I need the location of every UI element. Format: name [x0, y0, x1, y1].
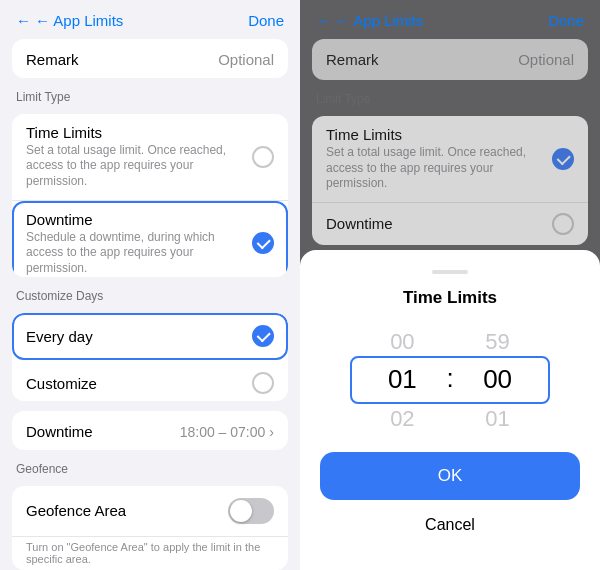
left-panel: ← ← App Limits Done Remark Optional Limi… — [0, 0, 300, 570]
downtime-time-text-left: 18:00 – 07:00 — [180, 424, 266, 440]
geofence-note-left: Turn on "Geofence Area" to apply the lim… — [12, 537, 288, 570]
remark-row-left: Remark Optional — [12, 39, 288, 78]
limit-type-card-right: Time Limits Set a total usage limit. Onc… — [312, 116, 588, 245]
customize-radio-left[interactable] — [252, 372, 274, 394]
downtime-content-left: Downtime Schedule a downtime, during whi… — [26, 211, 242, 277]
time-limits-content-left: Time Limits Set a total usage limit. Onc… — [26, 124, 242, 190]
downtime-time-label-left: Downtime — [26, 423, 93, 440]
remark-value-right: Optional — [518, 51, 574, 68]
geofence-section-left: Geofence — [12, 462, 288, 476]
time-limits-desc-left: Set a total usage limit. Once reached, a… — [26, 143, 242, 190]
downtime-radio-right[interactable] — [552, 213, 574, 235]
minute-00-selected: 00 — [458, 359, 538, 401]
downtime-row-left[interactable]: Downtime Schedule a downtime, during whi… — [12, 201, 288, 277]
app-limits-title-left: ← App Limits — [35, 12, 123, 29]
downtime-desc-left: Schedule a downtime, during which access… — [26, 230, 242, 277]
done-button-left[interactable]: Done — [248, 12, 284, 29]
app-limits-title-right: ← App Limits — [335, 12, 423, 29]
time-limits-title-right: Time Limits — [326, 126, 542, 143]
back-icon-right: ← — [316, 12, 331, 29]
hour-01-selected: 01 — [362, 359, 442, 401]
chevron-icon-left: › — [269, 424, 274, 440]
customize-days-section-left: Customize Days — [12, 289, 288, 303]
downtime-title-left: Downtime — [26, 211, 242, 228]
downtime-time-value-left: 18:00 – 07:00 › — [180, 424, 274, 440]
geofence-area-label-left: Geofence Area — [26, 502, 126, 519]
limit-type-section-left: Limit Type — [12, 90, 288, 104]
back-icon-left: ← — [16, 12, 31, 29]
time-limits-radio-left[interactable] — [252, 146, 274, 168]
ok-button[interactable]: OK — [320, 452, 580, 500]
downtime-row-right[interactable]: Downtime — [312, 203, 588, 245]
customize-row-left[interactable]: Customize — [12, 360, 288, 401]
right-bg-content: Remark Optional Limit Type Time Limits S… — [300, 39, 600, 245]
picker-colon: : — [446, 363, 453, 398]
limit-type-section-right: Limit Type — [312, 92, 588, 106]
time-limits-radio-right[interactable] — [552, 148, 574, 170]
modal-content: Time Limits 00 01 02 : 59 00 01 — [300, 250, 600, 570]
downtime-radio-left[interactable] — [252, 232, 274, 254]
geofence-row-left[interactable]: Geofence Area — [12, 486, 288, 537]
minutes-picker-col[interactable]: 59 00 01 — [458, 324, 538, 436]
time-picker[interactable]: 00 01 02 : 59 00 01 — [320, 324, 580, 436]
remark-card-left: Remark Optional — [12, 39, 288, 78]
cancel-button[interactable]: Cancel — [320, 510, 580, 540]
remark-card-right: Remark Optional — [312, 39, 588, 80]
time-limits-modal: Time Limits 00 01 02 : 59 00 01 — [300, 250, 600, 570]
geofence-card-left: Geofence Area Turn on "Geofence Area" to… — [12, 486, 288, 570]
right-panel-inner: ← ← App Limits Done Remark Optional Limi… — [300, 0, 600, 570]
every-day-row-left[interactable]: Every day — [12, 313, 288, 360]
remark-label-right: Remark — [326, 51, 379, 68]
minute-01: 01 — [458, 401, 538, 436]
back-button-left[interactable]: ← ← App Limits — [16, 12, 123, 29]
remark-row-right: Remark Optional — [312, 39, 588, 80]
time-limits-row-left[interactable]: Time Limits Set a total usage limit. Onc… — [12, 114, 288, 201]
every-day-radio-left[interactable] — [252, 325, 274, 347]
hour-00: 00 — [362, 324, 442, 359]
downtime-time-row-left[interactable]: Downtime 18:00 – 07:00 › — [12, 411, 288, 450]
hour-02: 02 — [362, 401, 442, 436]
remark-value-left: Optional — [218, 51, 274, 68]
remark-label-left: Remark — [26, 51, 79, 68]
right-panel: ← ← App Limits Done Remark Optional Limi… — [300, 0, 600, 570]
downtime-time-card-left: Downtime 18:00 – 07:00 › — [12, 411, 288, 450]
geofence-toggle-left[interactable] — [228, 498, 274, 524]
modal-handle — [432, 270, 468, 274]
left-header: ← ← App Limits Done — [0, 0, 300, 39]
time-limits-desc-right: Set a total usage limit. Once reached, a… — [326, 145, 542, 192]
limit-type-card-left: Time Limits Set a total usage limit. Onc… — [12, 114, 288, 277]
customize-days-card-left: Every day Customize — [12, 313, 288, 401]
time-limits-row-right[interactable]: Time Limits Set a total usage limit. Onc… — [312, 116, 588, 203]
back-button-right[interactable]: ← ← App Limits — [316, 12, 423, 29]
modal-title: Time Limits — [320, 288, 580, 308]
downtime-title-right: Downtime — [326, 215, 542, 232]
right-header: ← ← App Limits Done — [300, 0, 600, 39]
downtime-content-right: Downtime — [326, 215, 542, 232]
left-content: Remark Optional Limit Type Time Limits S… — [0, 39, 300, 570]
time-limits-content-right: Time Limits Set a total usage limit. Onc… — [326, 126, 542, 192]
done-button-right[interactable]: Done — [548, 12, 584, 29]
minute-59: 59 — [458, 324, 538, 359]
customize-label-left: Customize — [26, 375, 97, 392]
hours-picker-col[interactable]: 00 01 02 — [362, 324, 442, 436]
every-day-label-left: Every day — [26, 328, 93, 345]
time-limits-title-left: Time Limits — [26, 124, 242, 141]
